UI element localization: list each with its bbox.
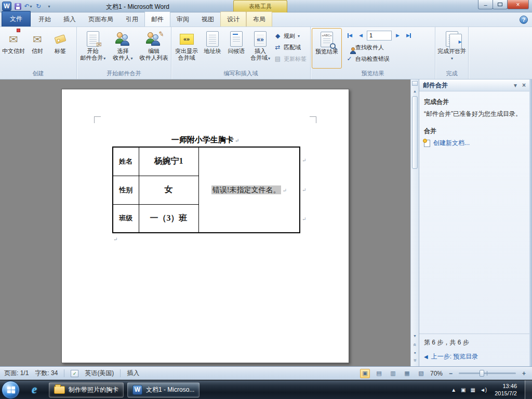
record-navigator: ◀ ◀ ▶ ▶ (344, 28, 415, 42)
folder-taskbar-button[interactable]: 制作带照片的胸卡 (49, 382, 124, 397)
paragraph-mark: ↵ (235, 138, 239, 143)
task-pane-menu-icon[interactable]: ▼ (513, 83, 518, 88)
document-area[interactable]: 一师附小学生胸卡↵ 姓名 杨婉宁1 错误!未指定文件名。↵ 性别 女 班级 一（… (0, 79, 410, 366)
fullscreen-reading-view-button[interactable]: ▤ (374, 369, 384, 378)
finish-and-merge-button[interactable]: ▸ 完成并合并▾ (437, 28, 467, 69)
last-record-button[interactable]: ▶ (404, 31, 414, 41)
greeting-line-button[interactable]: 问候语 (224, 28, 248, 69)
insert-mode-indicator[interactable]: 插入 (127, 369, 139, 378)
group-label-write-insert-fields: 编写和插入域 (171, 69, 310, 79)
group-label-finish: 完成 (435, 69, 468, 79)
zoom-in-button[interactable]: + (520, 369, 528, 377)
address-block-button[interactable]: 地址块 (201, 28, 224, 69)
ruler-toggle-button[interactable] (412, 81, 418, 86)
cell-name-label[interactable]: 姓名 (113, 147, 139, 176)
zoom-out-button[interactable]: − (447, 369, 455, 377)
tab-insert[interactable]: 插入 (57, 12, 82, 26)
outline-view-button[interactable]: ▦ (402, 369, 412, 378)
divider (120, 369, 121, 377)
start-button[interactable] (2, 381, 20, 399)
first-record-button[interactable]: ◀ (345, 31, 355, 41)
edit-recipient-list-button[interactable]: ✎ 编辑收件人列表 (138, 28, 170, 69)
cell-name-value[interactable]: 杨婉宁1 (139, 147, 198, 176)
select-browse-object-button[interactable]: ● (411, 349, 418, 356)
tab-review[interactable]: 审阅 (170, 12, 195, 26)
show-hidden-icons-button[interactable]: ▲ (451, 387, 456, 393)
zoom-slider-thumb[interactable] (480, 370, 484, 377)
maximize-button[interactable] (493, 0, 508, 9)
language-indicator[interactable]: 英语(美国) (85, 369, 114, 378)
auto-check-errors-button[interactable]: ✓自动检查错误 (344, 53, 415, 64)
rules-icon: ◆ (274, 32, 282, 39)
labels-button[interactable]: 标签 (49, 28, 72, 69)
select-recipients-icon (115, 31, 131, 47)
proofing-status-icon[interactable]: ✓ (71, 370, 78, 377)
word-app-icon[interactable]: W (2, 2, 11, 11)
scrollbar-thumb[interactable] (412, 96, 418, 169)
margin-crop-mark (94, 116, 101, 123)
previous-step-link[interactable]: ◀ 上一步: 预览目录 (424, 352, 525, 361)
volume-icon[interactable]: ◄) (480, 387, 487, 393)
clock-time: 13:46 (495, 382, 517, 390)
qat-customize-button[interactable]: ▾ (45, 2, 53, 11)
tray-status-icon[interactable]: ▣ (461, 387, 466, 393)
update-labels-icon: ▤ (274, 55, 282, 62)
cell-photo-merged[interactable]: 错误!未指定文件名。↵ (198, 147, 300, 233)
cell-class-label[interactable]: 班级 (113, 204, 139, 233)
document-scrollbar[interactable]: ▲ ▼ « ● « (410, 79, 419, 366)
network-icon[interactable]: ▦ (470, 387, 475, 393)
minimize-button[interactable]: – (478, 0, 493, 9)
tab-view[interactable]: 视图 (195, 12, 220, 26)
close-button[interactable]: × (507, 0, 529, 9)
match-fields-button[interactable]: ⇄匹配域 (272, 42, 308, 53)
find-recipient-button[interactable]: 查找收件人 (344, 42, 415, 53)
save-button[interactable] (14, 2, 22, 11)
scroll-up-button[interactable]: ▲ (411, 87, 418, 95)
cell-gender-label[interactable]: 性别 (113, 176, 139, 204)
next-record-button[interactable]: ▶ (393, 31, 403, 41)
show-desktop-button[interactable] (525, 380, 532, 399)
undo-dropdown-icon: ▾ (30, 4, 32, 9)
cell-class-value[interactable]: 一（3）班 (139, 204, 198, 233)
highlight-merge-fields-button[interactable]: «» 突出显示合并域 (172, 28, 201, 69)
scroll-down-button[interactable]: ▼ (411, 332, 418, 339)
task-pane-close-icon[interactable]: × (522, 82, 526, 89)
page-indicator[interactable]: 页面: 1/1 (4, 369, 29, 378)
edit-recipient-list-icon: ✎ (146, 31, 162, 47)
tab-layout[interactable]: 布局 (246, 11, 272, 26)
tab-mailings[interactable]: 邮件 (144, 11, 170, 26)
select-recipients-button[interactable]: 选择收件人▾ (108, 28, 138, 69)
draft-view-button[interactable]: ▧ (416, 369, 426, 378)
tab-home[interactable]: 开始 (32, 12, 57, 26)
previous-record-button[interactable]: ◀ (356, 31, 366, 41)
taskbar-clock[interactable]: 13:46 2015/7/2 (491, 382, 520, 397)
internet-explorer-taskbar-button[interactable]: e (23, 382, 45, 397)
next-page-button[interactable]: « (411, 356, 418, 364)
address-block-icon (206, 31, 219, 47)
record-number-input[interactable] (367, 31, 392, 41)
word-taskbar-button[interactable]: W 文档1 - Microso... (127, 382, 200, 397)
tab-file[interactable]: 文件 (2, 11, 31, 26)
zoom-slider[interactable] (459, 373, 516, 374)
web-layout-view-button[interactable]: ▥ (388, 369, 398, 378)
student-badge-table[interactable]: 姓名 杨婉宁1 错误!未指定文件名。↵ 性别 女 班级 一（3）班 (112, 147, 300, 233)
previous-page-button[interactable]: « (411, 341, 418, 348)
rules-button[interactable]: ◆规则▾ (272, 30, 308, 42)
word-count[interactable]: 字数: 34 (35, 369, 58, 378)
tab-references[interactable]: 引用 (119, 12, 144, 26)
create-new-document-link[interactable]: 创建新文档... (424, 139, 525, 148)
tab-design[interactable]: 设计 (220, 11, 246, 26)
chinese-envelope-button[interactable]: ✉ 中文信封 (1, 28, 26, 69)
zoom-level[interactable]: 70% (430, 370, 443, 377)
cell-gender-value[interactable]: 女 (139, 176, 198, 204)
undo-button[interactable]: ↶▾ (24, 2, 32, 11)
help-icon[interactable]: ? (520, 16, 528, 24)
preview-results-button[interactable]: «ABC» 预览结果 (312, 28, 342, 69)
start-mail-merge-button[interactable]: ✉ 开始邮件合并▾ (78, 28, 108, 69)
tab-page-layout[interactable]: 页面布局 (82, 12, 119, 26)
print-layout-view-button[interactable]: ▣ (360, 369, 370, 378)
envelopes-button[interactable]: ✉ 信封 (26, 28, 49, 69)
redo-button[interactable]: ↻ (34, 2, 43, 11)
document-page[interactable]: 一师附小学生胸卡↵ 姓名 杨婉宁1 错误!未指定文件名。↵ 性别 女 班级 一（… (61, 89, 349, 363)
insert-merge-field-button[interactable]: «» 插入合并域▾ (248, 28, 272, 69)
